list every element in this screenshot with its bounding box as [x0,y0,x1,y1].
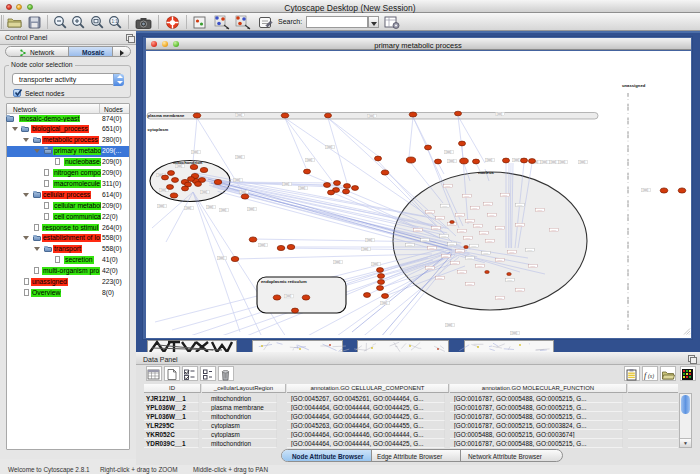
svg-text:(xxx): (xxx) [422,239,428,242]
svg-text:(xxx): (xxx) [407,244,413,247]
svg-text:(xxx): (xxx) [449,159,455,163]
svg-text:(xxx): (xxx) [433,227,439,230]
svg-text:(xxx): (xxx) [467,283,473,286]
svg-text:(xxx): (xxx) [202,190,208,194]
svg-text:(xxx): (xxx) [221,208,227,212]
svg-text:(xxx): (xxx) [465,237,471,240]
svg-text:(xxx): (xxx) [437,277,443,280]
svg-text:(xxx): (xxx) [472,207,478,210]
svg-text:(xxx): (xxx) [464,195,470,198]
svg-text:plasma membrane: plasma membrane [148,113,185,118]
svg-text:(xxx): (xxx) [300,186,306,190]
svg-text:(xxx): (xxx) [437,217,443,220]
svg-text:(xxx): (xxx) [471,245,477,248]
svg-text:(xxx): (xxx) [284,182,290,186]
svg-text:endoplasmic reticulum: endoplasmic reticulum [261,279,307,284]
svg-text:(xxx): (xxx) [517,204,523,207]
svg-text:(xxx): (xxx) [443,255,449,258]
svg-text:(xxx): (xxx) [509,251,515,254]
svg-text:(xxx): (xxx) [542,160,548,164]
svg-text:(xxx): (xxx) [467,257,473,260]
svg-text:(xxx): (xxx) [512,331,518,335]
svg-text:(xxx): (xxx) [159,204,165,208]
svg-text:(xxx): (xxx) [237,155,243,159]
svg-text:(xxx): (xxx) [447,323,453,327]
svg-text:(xxx): (xxx) [537,209,543,212]
svg-text:(xxx): (xxx) [235,178,241,182]
svg-text:(xxx): (xxx) [487,158,493,162]
svg-text:(xxx): (xxx) [452,262,458,265]
svg-text:(xxx): (xxx) [208,205,214,209]
svg-text:(xxx): (xxx) [551,160,557,164]
svg-text:(xxx): (xxx) [514,158,520,162]
svg-text:(xxx): (xxx) [507,279,513,282]
svg-text:(xxx): (xxx) [249,207,255,211]
svg-text:cytoplasm: cytoplasm [148,127,169,132]
svg-text:(xxx): (xxx) [457,214,463,217]
svg-text:(xxx): (xxx) [477,265,483,268]
svg-text:(xxx): (xxx) [551,229,557,232]
svg-text:(xxx): (xxx) [527,249,533,252]
svg-text:(xxx): (xxx) [487,240,493,243]
svg-text:(xxx): (xxx) [373,262,379,266]
svg-text:(xxx): (xxx) [530,265,536,268]
svg-text:(xxx): (xxx) [517,224,523,227]
svg-text:(xxx): (xxx) [415,229,421,232]
svg-text:(xxx): (xxx) [363,247,369,251]
svg-text:(xxx): (xxx) [446,150,452,154]
svg-text:(xxx): (xxx) [367,238,373,242]
svg-text:(xxx): (xxx) [459,230,465,233]
svg-text:(xxx): (xxx) [186,206,192,210]
svg-text:(xxx): (xxx) [286,294,292,298]
svg-text:(xxx): (xxx) [327,145,333,149]
svg-text:(xxx): (xxx) [369,114,375,118]
svg-text:(xxx): (xxx) [580,160,586,164]
svg-text:(xxx): (xxx) [382,301,388,305]
svg-text:1:1: 1:1 [112,18,119,23]
svg-text:(xxx): (xxx) [497,227,503,230]
svg-text:(xxx): (xxx) [497,112,503,116]
svg-text:(xxx): (xxx) [457,250,463,253]
svg-text:(xxx): (xxx) [643,188,649,192]
svg-text:(xxx): (xxx) [335,260,341,264]
svg-text:(xxx): (xxx) [449,243,455,246]
svg-text:(xxx): (xxx) [517,289,523,292]
svg-text:(xxx): (xxx) [475,225,481,228]
svg-text:(xxx): (xxx) [219,256,225,260]
svg-text:(xxx): (xxx) [429,247,435,250]
svg-text:unassigned: unassigned [622,83,646,88]
svg-text:(xxx): (xxx) [427,267,433,270]
svg-text:(xxx): (xxx) [260,243,266,247]
svg-text:(xxx): (xxx) [489,214,495,217]
svg-text:(xxx): (xxx) [502,194,508,197]
svg-text:(xxx): (xxx) [427,211,433,214]
svg-text:(xxx): (xxx) [497,259,503,262]
svg-text:(xxx): (xxx) [445,185,451,188]
svg-text:(xxx): (xxx) [485,203,491,206]
svg-text:(xxx): (xxx) [459,271,465,274]
svg-text:(xxx): (xxx) [483,252,489,255]
svg-text:(xxx): (xxx) [442,205,448,208]
svg-text:(xxx): (xxx) [241,190,247,194]
svg-text:(xxx): (xxx) [441,235,447,238]
svg-text:(xxx): (xxx) [467,220,473,223]
svg-text:nucleus: nucleus [478,170,494,175]
svg-text:mitochondrion: mitochondrion [173,160,203,165]
svg-text:(xxx): (xxx) [481,232,487,235]
svg-text:(xxx): (xxx) [237,113,243,117]
svg-text:(xxx): (xxx) [497,297,503,300]
svg-text:(xxx): (xxx) [560,160,566,164]
svg-text:(xxx): (xxx) [307,158,313,162]
svg-text:(xxx): (xxx) [161,188,167,192]
svg-text:(xxx): (xxx) [193,150,199,154]
svg-text:(x): (x) [648,373,654,380]
